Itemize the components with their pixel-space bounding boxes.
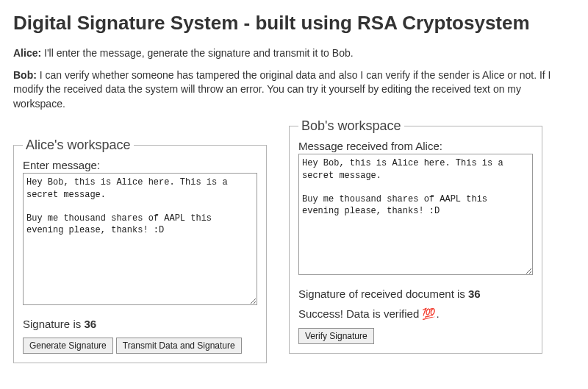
generate-signature-button[interactable]: Generate Signature <box>23 338 113 354</box>
bob-message-textarea[interactable] <box>298 154 533 275</box>
alice-intro: Alice: I'll enter the message, generate … <box>13 46 575 61</box>
alice-intro-name: Alice: <box>13 47 41 59</box>
transmit-button[interactable]: Transmit Data and Signature <box>116 338 242 354</box>
alice-intro-text: I'll enter the message, generate the sig… <box>44 47 354 59</box>
alice-button-row: Generate Signature Transmit Data and Sig… <box>23 338 257 354</box>
bob-status: Success! Data is verified 💯. <box>298 307 533 321</box>
bob-signature-value: 36 <box>468 288 481 300</box>
bob-signature-line: Signature of received document is 36 <box>298 288 533 300</box>
alice-signature-value: 36 <box>84 318 96 330</box>
alice-message-label: Enter message: <box>23 159 257 171</box>
bob-intro-name: Bob: <box>13 69 37 81</box>
bob-intro-text: I can verify whether someone has tampere… <box>13 69 551 110</box>
page-title: Digital Signature System - built using R… <box>13 12 575 35</box>
bob-signature-prefix: Signature of received document is <box>298 288 468 300</box>
bob-legend: Bob's workspace <box>298 118 404 134</box>
bob-message-label: Message received from Alice: <box>298 140 533 152</box>
workspaces-row: Alice's workspace Enter message: Signatu… <box>13 118 575 363</box>
alice-legend: Alice's workspace <box>23 138 134 153</box>
alice-signature-prefix: Signature is <box>23 318 84 330</box>
bob-workspace: Bob's workspace Message received from Al… <box>289 118 542 354</box>
intro-section: Alice: I'll enter the message, generate … <box>13 46 575 111</box>
bob-button-row: Verify Signature <box>298 328 533 344</box>
alice-workspace: Alice's workspace Enter message: Signatu… <box>13 138 267 363</box>
alice-message-textarea[interactable] <box>23 173 257 305</box>
bob-intro: Bob: I can verify whether someone has ta… <box>13 68 575 112</box>
alice-signature-line: Signature is 36 <box>23 318 257 330</box>
verify-signature-button[interactable]: Verify Signature <box>298 328 374 344</box>
